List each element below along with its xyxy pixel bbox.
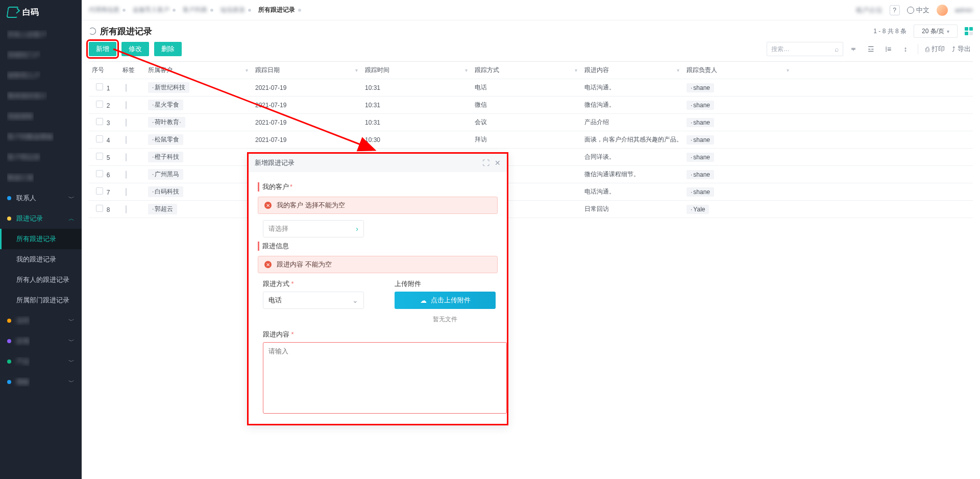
tag-icon[interactable] [126, 84, 127, 92]
chevron-down-icon[interactable]: ▾ [246, 67, 248, 73]
cell-owner[interactable]: shane [687, 135, 714, 145]
refresh-icon[interactable] [89, 28, 96, 35]
row-checkbox[interactable] [96, 205, 103, 212]
chevron-down-icon[interactable]: ▾ [575, 67, 577, 73]
table-row[interactable]: 3荷叶教育·2021-07-1910:31会议产品介绍shane [89, 114, 973, 131]
table-row[interactable]: 7白码科技电话沟通。shane [89, 183, 973, 201]
cell-owner[interactable]: shane [687, 153, 714, 162]
sidebar-sub-my-follow[interactable]: 我的跟进记录 [0, 249, 82, 270]
tab-0[interactable]: 代理商信息 [89, 6, 126, 14]
chevron-down-icon[interactable]: ▾ [787, 67, 789, 73]
th-time[interactable]: 跟踪时间 [365, 66, 389, 75]
upload-button[interactable]: ☁点击上传附件 [395, 292, 496, 309]
language-switch[interactable]: 中文 [907, 6, 929, 15]
cell-customer[interactable]: 郭超云 [148, 204, 177, 214]
filter-icon[interactable]: ⫧ [846, 42, 861, 56]
sidebar-sub-everyone-follow[interactable]: 所有人的跟进记录 [0, 270, 82, 290]
tag-icon[interactable] [126, 171, 127, 179]
sidebar-item-more-1[interactable]: 款项﹀ [0, 331, 82, 351]
print-button[interactable]: ⎙打印 [923, 42, 947, 56]
sort-icon[interactable]: ↕ [898, 42, 913, 56]
sidebar-item-follow[interactable]: 跟进记录 ︿ [0, 208, 82, 229]
th-method[interactable]: 跟踪方式 [475, 66, 499, 75]
cell-owner[interactable]: shane [687, 187, 714, 197]
help-icon[interactable]: ? [890, 5, 900, 15]
tab-close-icon[interactable] [122, 9, 126, 12]
row-checkbox[interactable] [96, 135, 103, 142]
th-owner[interactable]: 跟踪负责人 [687, 66, 717, 75]
tag-icon[interactable] [126, 136, 127, 144]
page-size-select[interactable]: 20 条/页▾ [914, 25, 958, 38]
delete-button[interactable]: 删除 [154, 42, 182, 56]
chevron-down-icon[interactable]: ▾ [355, 67, 358, 73]
expand-icon[interactable]: ⛶ [482, 159, 489, 167]
close-icon[interactable]: ✕ [495, 159, 501, 167]
column-icon[interactable]: ☲ [864, 42, 878, 56]
tab-close-icon[interactable] [210, 9, 213, 12]
sidebar-item-blur-6[interactable]: 客户明记录 [0, 147, 82, 167]
th-cust[interactable]: 所属客户 [148, 66, 173, 75]
cell-owner[interactable]: shane [687, 83, 714, 92]
cell-customer[interactable]: 白码科技 [148, 186, 183, 197]
cell-customer[interactable]: 星火零食 [148, 100, 183, 110]
content-textarea[interactable] [263, 342, 507, 414]
user-name[interactable]: admin [955, 6, 973, 14]
table-row[interactable]: 1新世纪科技2021-07-1910:31电话电话沟通。shane [89, 79, 973, 97]
sidebar-sub-all-follow[interactable]: 所有跟进记录 [0, 229, 82, 249]
sidebar-item-more-2[interactable]: 产品﹀ [0, 351, 82, 372]
sidebar-item-blur-2[interactable]: 销售明入户 [0, 65, 82, 86]
row-checkbox[interactable] [96, 187, 103, 195]
sidebar-item-more-3[interactable]: 模板﹀ [0, 372, 82, 392]
row-checkbox[interactable] [96, 170, 103, 177]
cell-owner[interactable]: Yale [687, 205, 709, 214]
table-row[interactable]: 4松鼠零食2021-07-1910:30拜访面谈，向客户介绍其感兴趣的产品。sh… [89, 131, 973, 149]
chevron-down-icon[interactable]: ▾ [677, 67, 679, 73]
cell-owner[interactable]: shane [687, 118, 714, 127]
search-input[interactable]: 搜索…⌕ [767, 42, 843, 56]
tag-icon[interactable] [126, 101, 127, 109]
tab-close-icon[interactable] [298, 9, 301, 12]
sidebar-item-blur-4[interactable]: 高级授权 [0, 106, 82, 127]
table-row[interactable]: 5橙子科技2021-07-1910:30会议合同详谈。shane [89, 149, 973, 166]
tag-icon[interactable] [126, 205, 127, 213]
sidebar-item-contact[interactable]: 联系人 ﹀ [0, 188, 82, 208]
tab-close-icon[interactable] [248, 9, 251, 12]
cell-customer[interactable]: 橙子科技 [148, 152, 183, 162]
method-select[interactable]: 电话⌄ [263, 292, 364, 309]
sidebar-item-blur-5[interactable]: 客户到数据看板 [0, 127, 82, 147]
sidebar-item-blur-3[interactable]: 整体报价统计 [0, 86, 82, 106]
chevron-down-icon[interactable]: ▾ [465, 67, 468, 73]
th-content[interactable]: 跟进内容 [584, 66, 609, 75]
table-row[interactable]: 6广州黑马微信沟通课程细节。shane [89, 166, 973, 183]
table-row[interactable]: 2星火零食2021-07-1910:31微信微信沟通。shane [89, 97, 973, 114]
sidebar-item-blur-0[interactable]: 所有人的客户 [0, 25, 82, 45]
cell-owner[interactable]: shane [687, 170, 714, 179]
sidebar-item-more-0[interactable]: 合同﹀ [0, 310, 82, 331]
row-checkbox[interactable] [96, 118, 103, 125]
customer-select[interactable]: 请选择› [263, 220, 364, 237]
tab-close-icon[interactable] [173, 9, 176, 12]
avatar[interactable] [937, 5, 948, 16]
cell-customer[interactable]: 新世纪科技 [148, 82, 189, 93]
add-button[interactable]: 新增 [89, 42, 116, 56]
export-button[interactable]: ⤴导出 [950, 42, 973, 56]
row-checkbox[interactable] [96, 101, 103, 108]
cell-customer[interactable]: 广州黑马 [148, 169, 183, 180]
tag-icon[interactable] [126, 188, 127, 196]
edit-button[interactable]: 修改 [121, 42, 149, 56]
cell-customer[interactable]: 松鼠零食 [148, 134, 183, 145]
table-row[interactable]: 8郭超云日常回访Yale [89, 201, 973, 218]
th-date[interactable]: 跟踪日期 [255, 66, 280, 75]
tab-4[interactable]: 所有跟进记录 [258, 6, 301, 14]
sidebar-item-blur-7[interactable]: 数据汇报 [0, 167, 82, 188]
settings-icon[interactable]: ⁞≡ [881, 42, 895, 56]
tag-icon[interactable] [126, 153, 127, 161]
tab-3[interactable]: 短信发送 [220, 6, 251, 14]
tab-1[interactable]: 金服导入客户 [133, 6, 176, 14]
sidebar-sub-dept-follow[interactable]: 所属部门跟进记录 [0, 290, 82, 310]
cell-owner[interactable]: shane [687, 101, 714, 110]
cell-customer[interactable]: 荷叶教育· [148, 117, 185, 128]
tag-icon[interactable] [126, 118, 127, 127]
sidebar-item-blur-1[interactable]: 营销到门户 [0, 45, 82, 65]
row-checkbox[interactable] [96, 83, 103, 90]
